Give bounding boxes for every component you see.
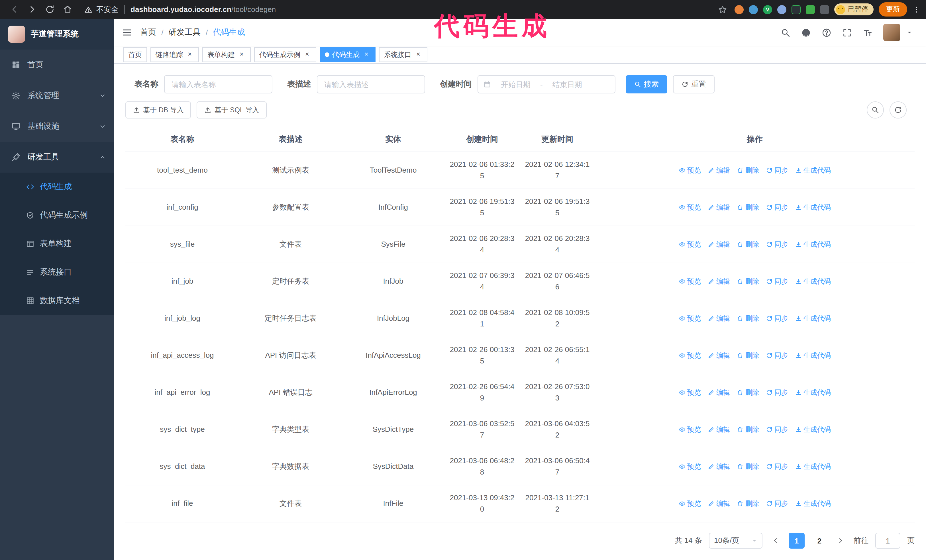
breadcrumb-dev-tools[interactable]: 研发工具	[169, 28, 201, 38]
help-icon[interactable]	[822, 28, 831, 38]
sidebar-item-dev-tools[interactable]: 研发工具	[0, 142, 114, 173]
generate-code-link[interactable]: 生成代码	[795, 165, 831, 176]
edit-link[interactable]: 编辑	[708, 424, 730, 435]
font-size-icon[interactable]	[863, 28, 872, 38]
extension-icon-4[interactable]	[777, 5, 787, 14]
sidebar-item-home[interactable]: 首页	[0, 50, 114, 80]
avatar-caret-down-icon[interactable]	[906, 30, 912, 36]
edit-link[interactable]: 编辑	[708, 350, 730, 361]
import-sql-button[interactable]: 基于 SQL 导入	[197, 101, 266, 118]
browser-update-button[interactable]: 更新	[879, 2, 907, 17]
generate-code-link[interactable]: 生成代码	[795, 387, 831, 398]
browser-forward-button[interactable]	[27, 5, 37, 14]
sync-link[interactable]: 同步	[766, 350, 788, 361]
extension-icon-6[interactable]	[806, 5, 815, 14]
preview-link[interactable]: 预览	[679, 202, 701, 213]
refresh-table-button[interactable]	[890, 101, 906, 118]
hamburger-icon[interactable]	[122, 28, 132, 38]
page-button-1[interactable]: 1	[789, 533, 805, 549]
bookmark-star-icon[interactable]	[718, 5, 727, 14]
tab-form-builder[interactable]: 表单构建 ×	[202, 48, 251, 62]
extension-icon-1[interactable]	[735, 5, 744, 14]
preview-link[interactable]: 预览	[679, 461, 701, 472]
sidebar-item-codegen-example[interactable]: 代码生成示例	[0, 201, 114, 229]
preview-link[interactable]: 预览	[679, 239, 701, 250]
close-tab-icon[interactable]: ×	[238, 51, 246, 59]
tab-tracing[interactable]: 链路追踪 ×	[150, 48, 199, 62]
end-date-input[interactable]	[545, 80, 590, 89]
close-tab-icon[interactable]: ×	[414, 51, 422, 59]
sync-link[interactable]: 同步	[766, 387, 788, 398]
sidebar-item-infrastructure[interactable]: 基础设施	[0, 111, 114, 142]
close-tab-icon[interactable]: ×	[186, 51, 194, 59]
generate-code-link[interactable]: 生成代码	[795, 498, 831, 509]
generate-code-link[interactable]: 生成代码	[795, 239, 831, 250]
profile-paused-badge[interactable]: 已暂停	[834, 3, 873, 15]
address-bar[interactable]: 不安全 dashboard.yudao.iocoder.cn/tool/code…	[84, 4, 276, 15]
edit-link[interactable]: 编辑	[708, 239, 730, 250]
delete-link[interactable]: 删除	[737, 387, 759, 398]
sync-link[interactable]: 同步	[766, 165, 788, 176]
edit-link[interactable]: 编辑	[708, 498, 730, 509]
sync-link[interactable]: 同步	[766, 424, 788, 435]
edit-link[interactable]: 编辑	[708, 313, 730, 324]
sync-link[interactable]: 同步	[766, 239, 788, 250]
edit-link[interactable]: 编辑	[708, 276, 730, 287]
close-tab-icon[interactable]: ×	[362, 51, 371, 59]
generate-code-link[interactable]: 生成代码	[795, 461, 831, 472]
tab-home[interactable]: 首页	[123, 48, 147, 62]
sidebar-item-form-builder[interactable]: 表单构建	[0, 229, 114, 258]
delete-link[interactable]: 删除	[737, 202, 759, 213]
delete-link[interactable]: 删除	[737, 350, 759, 361]
preview-link[interactable]: 预览	[679, 424, 701, 435]
preview-link[interactable]: 预览	[679, 313, 701, 324]
table-desc-input[interactable]	[317, 75, 425, 94]
tab-system-api[interactable]: 系统接口 ×	[379, 48, 427, 62]
preview-link[interactable]: 预览	[679, 276, 701, 287]
close-tab-icon[interactable]: ×	[303, 51, 311, 59]
browser-menu-icon[interactable]	[912, 5, 920, 14]
extension-icon-7[interactable]	[820, 5, 829, 14]
reset-button[interactable]: 重置	[673, 75, 714, 94]
delete-link[interactable]: 删除	[737, 461, 759, 472]
generate-code-link[interactable]: 生成代码	[795, 276, 831, 287]
import-db-button[interactable]: 基于 DB 导入	[126, 101, 191, 118]
delete-link[interactable]: 删除	[737, 239, 759, 250]
fullscreen-icon[interactable]	[842, 28, 852, 38]
generate-code-link[interactable]: 生成代码	[795, 313, 831, 324]
delete-link[interactable]: 删除	[737, 276, 759, 287]
delete-link[interactable]: 删除	[737, 424, 759, 435]
table-name-input[interactable]	[164, 75, 272, 94]
generate-code-link[interactable]: 生成代码	[795, 202, 831, 213]
search-button[interactable]: 搜索	[626, 75, 667, 94]
breadcrumb-home[interactable]: 首页	[140, 28, 156, 38]
edit-link[interactable]: 编辑	[708, 165, 730, 176]
preview-link[interactable]: 预览	[679, 387, 701, 398]
delete-link[interactable]: 删除	[737, 165, 759, 176]
app-logo-row[interactable]: 芋道管理系统	[0, 19, 114, 50]
next-page-button[interactable]	[834, 533, 847, 549]
prev-page-button[interactable]	[769, 533, 782, 549]
extension-icon-5[interactable]	[791, 5, 800, 14]
sync-link[interactable]: 同步	[766, 276, 788, 287]
sidebar-item-system-api[interactable]: 系统接口	[0, 258, 114, 287]
edit-link[interactable]: 编辑	[708, 202, 730, 213]
page-button-2[interactable]: 2	[811, 533, 828, 549]
goto-page-input[interactable]	[875, 533, 900, 549]
delete-link[interactable]: 删除	[737, 498, 759, 509]
sync-link[interactable]: 同步	[766, 202, 788, 213]
start-date-input[interactable]	[493, 80, 538, 89]
toggle-search-button[interactable]	[867, 101, 884, 118]
preview-link[interactable]: 预览	[679, 498, 701, 509]
github-icon[interactable]	[801, 28, 811, 38]
extension-icon-2[interactable]	[749, 5, 758, 14]
user-avatar[interactable]	[883, 24, 900, 41]
header-search-icon[interactable]	[781, 28, 790, 38]
extension-icon-3[interactable]: V	[763, 5, 772, 14]
tab-codegen-example[interactable]: 代码生成示例 ×	[254, 48, 316, 62]
sync-link[interactable]: 同步	[766, 498, 788, 509]
page-size-select[interactable]: 10条/页	[709, 533, 763, 549]
browser-back-button[interactable]	[10, 5, 20, 14]
browser-home-button[interactable]	[63, 5, 73, 14]
date-range-picker[interactable]: -	[478, 75, 616, 94]
